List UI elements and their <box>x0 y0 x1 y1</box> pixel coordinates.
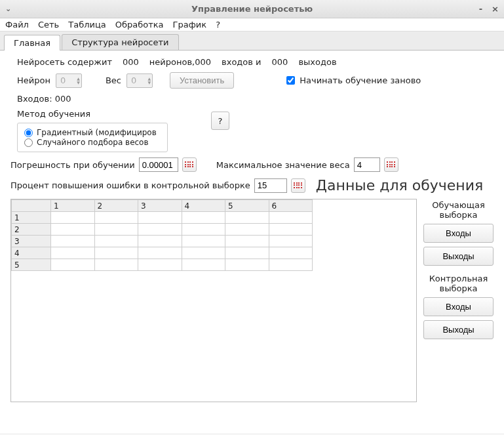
method-group: Градиентный (модифициров Случайного подб… <box>17 123 168 152</box>
training-data-heading: Данные для обучения <box>316 177 483 194</box>
cell[interactable] <box>269 224 313 236</box>
menu-process[interactable]: Обработка <box>115 20 164 30</box>
tab-structure[interactable]: Структура нейросети <box>62 34 178 50</box>
content-area: Нейросеть содержит 000 нейронов,000 вход… <box>0 51 504 433</box>
method-radio-random[interactable] <box>24 138 33 147</box>
net-neurons-n: 000 <box>123 57 139 67</box>
close-icon[interactable]: × <box>492 4 499 14</box>
keypad-icon <box>294 182 302 189</box>
cell[interactable] <box>225 224 269 236</box>
set-button[interactable]: Установить <box>170 72 234 89</box>
cell[interactable] <box>182 236 225 247</box>
cell[interactable] <box>94 247 138 259</box>
col-header[interactable]: 3 <box>138 200 182 212</box>
side-panel: Обучающая выборка Входы Выходы Контрольн… <box>423 199 494 402</box>
menu-table[interactable]: Таблица <box>68 20 106 30</box>
cell[interactable] <box>94 212 138 224</box>
method-label: Метод обучения <box>17 109 168 119</box>
net-inputs-label: входов и <box>222 57 262 67</box>
neuron-spinner[interactable]: 0 ▲▼ <box>56 73 82 88</box>
net-neurons-label: нейронов,000 <box>149 57 211 67</box>
cell[interactable] <box>51 224 95 236</box>
cell[interactable] <box>51 236 95 247</box>
maxweight-keypad-button[interactable] <box>384 157 398 172</box>
neuron-label: Нейрон <box>17 75 50 85</box>
control-inputs-button[interactable]: Входы <box>423 297 494 316</box>
cell[interactable] <box>182 212 225 224</box>
cell[interactable] <box>225 236 269 247</box>
cell[interactable] <box>51 259 95 271</box>
cell[interactable] <box>51 247 95 259</box>
control-outputs-button[interactable]: Выходы <box>423 320 494 339</box>
row-header[interactable]: 5 <box>12 259 51 271</box>
net-info-prefix: Нейросеть содержит <box>17 57 112 67</box>
cell[interactable] <box>182 259 225 271</box>
cell[interactable] <box>225 212 269 224</box>
col-header[interactable]: 5 <box>225 200 269 212</box>
row-header[interactable]: 2 <box>12 224 51 236</box>
cell[interactable] <box>225 259 269 271</box>
titlebar-left-marker: ⌄ <box>5 5 11 13</box>
titlebar: ⌄ Управление нейросетью - × <box>0 0 504 18</box>
method-radio-gradient[interactable] <box>24 129 33 137</box>
menubar: Файл Сеть Таблица Обработка График ? <box>0 18 504 31</box>
col-header[interactable]: 4 <box>182 200 225 212</box>
weight-spinner-value: 0 <box>131 75 136 85</box>
chevron-down-icon[interactable]: ▼ <box>77 81 80 85</box>
cell[interactable] <box>94 224 138 236</box>
keypad-icon <box>185 161 193 168</box>
error-input[interactable] <box>139 157 178 172</box>
col-header[interactable]: 2 <box>94 200 138 212</box>
maxweight-input[interactable] <box>354 157 380 172</box>
percent-input[interactable] <box>254 178 287 193</box>
cell[interactable] <box>138 259 182 271</box>
cell[interactable] <box>182 247 225 259</box>
data-table-container[interactable]: 1 2 3 4 5 6 1 2 3 4 5 <box>10 199 417 402</box>
cell[interactable] <box>269 259 313 271</box>
start-over-input[interactable] <box>286 76 295 85</box>
minimize-icon[interactable]: - <box>479 4 482 14</box>
cell[interactable] <box>182 224 225 236</box>
data-table: 1 2 3 4 5 6 1 2 3 4 5 <box>11 199 313 271</box>
method-opt1-label: Градиентный (модифициров <box>37 128 157 137</box>
percent-keypad-button[interactable] <box>291 178 305 193</box>
cell[interactable] <box>138 212 182 224</box>
cell[interactable] <box>138 236 182 247</box>
menu-file[interactable]: Файл <box>5 20 29 30</box>
error-keypad-button[interactable] <box>182 157 197 172</box>
method-opt2-label: Случайного подбора весов <box>37 138 149 147</box>
table-row: 4 <box>12 247 313 259</box>
cell[interactable] <box>94 259 138 271</box>
net-outputs-label: выходов <box>298 57 336 67</box>
table-row: 3 <box>12 236 313 247</box>
train-inputs-button[interactable]: Входы <box>423 224 494 243</box>
row-header[interactable]: 3 <box>12 236 51 247</box>
cell[interactable] <box>138 224 182 236</box>
cell[interactable] <box>269 212 313 224</box>
menu-help[interactable]: ? <box>216 20 220 30</box>
neuron-spinner-value: 0 <box>60 75 66 85</box>
row-header[interactable]: 4 <box>12 247 51 259</box>
inputs-count-label: Входов: 000 <box>17 94 71 104</box>
start-over-checkbox[interactable]: Начинать обучение заново <box>284 74 421 87</box>
cell[interactable] <box>138 247 182 259</box>
tab-main[interactable]: Главная <box>4 35 60 51</box>
col-header[interactable]: 6 <box>269 200 313 212</box>
cell[interactable] <box>225 247 269 259</box>
menu-chart[interactable]: График <box>173 20 207 30</box>
cell[interactable] <box>51 212 95 224</box>
col-header[interactable]: 1 <box>51 200 95 212</box>
chevron-down-icon[interactable]: ▼ <box>147 81 151 85</box>
cell[interactable] <box>94 236 138 247</box>
train-sample-label: Обучающая выборка <box>423 200 494 220</box>
weight-spinner[interactable]: 0 ▲▼ <box>126 73 153 88</box>
control-sample-label: Контрольная выборка <box>423 274 494 293</box>
train-outputs-button[interactable]: Выходы <box>423 247 494 266</box>
method-help-button[interactable]: ? <box>211 112 229 130</box>
cell[interactable] <box>269 247 313 259</box>
row-header[interactable]: 1 <box>12 212 51 224</box>
keypad-icon <box>387 161 395 168</box>
cell[interactable] <box>269 236 313 247</box>
table-corner <box>12 200 51 212</box>
menu-net[interactable]: Сеть <box>38 20 59 30</box>
